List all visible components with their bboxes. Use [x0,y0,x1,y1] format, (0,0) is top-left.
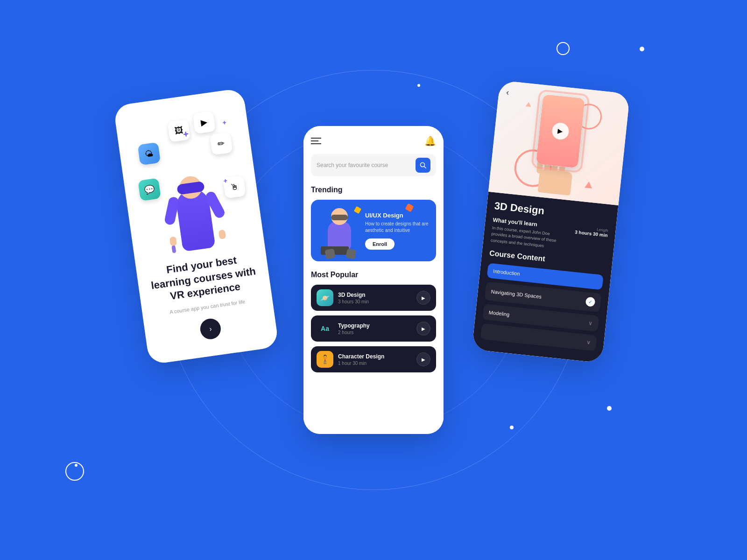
right-image-area: ‹ [488,80,630,205]
phone-right: ‹ [472,80,630,363]
figure-leg-right [345,248,356,259]
vr-hand-left [169,236,177,246]
course-meta: What you'll learn In this course, expert… [490,217,608,256]
bell-icon[interactable]: 🔔 [424,135,436,147]
trending-course-title: UI/UX Design [365,212,429,219]
course-icon-typography: Aa [317,320,333,337]
trending-info: UI/UX Design How to create designs that … [365,212,429,250]
nav-label: Navigating 3D Spaces [491,288,542,299]
right-dark-area: 3D Design What you'll learn In this cour… [472,191,618,363]
hand-phone-area: ▶ [507,87,611,199]
next-arrow-button[interactable]: › [199,317,222,341]
search-icon [420,162,426,168]
deco-triangle-2 [526,102,532,107]
most-popular-title: Most Popular [311,271,436,279]
length-info: Length 3 hours 30 min [575,225,608,238]
back-button[interactable]: ‹ [506,88,509,98]
figure-leg-left [324,248,335,259]
course-item-typography[interactable]: Aa Typography 2 hours ▶ [311,315,436,342]
left-title: Find your best learning courses with VR … [145,251,262,306]
modeling-label: Modeling [488,309,510,317]
figure-body [328,221,351,249]
phone-ring [531,89,590,174]
dot-ring-2 [65,462,84,481]
vr-hand-right [218,230,226,240]
what-learn-section: What you'll learn In this course, expert… [490,217,567,252]
play-button-typography[interactable]: ▶ [416,322,430,336]
course-info-3d: 3D Design 3 hours 30 min [338,292,412,304]
phone-left-content: 🌤 🖼 ▶ ✏ 💬 🖱 + + + [113,88,279,365]
course-item-character[interactable]: 🧍 Character Design 1 hour 30 min ▶ [311,346,436,372]
phone-left: 🌤 🖼 ▶ ✏ 💬 🖱 + + + [113,88,279,365]
search-bar[interactable]: Search your favourite course [311,154,436,176]
right-content: ‹ [472,80,630,363]
play-button-character[interactable]: ▶ [416,352,430,366]
trending-title: Trending [311,186,436,194]
svg-line-1 [424,167,426,168]
center-content: 🔔 Search your favourite course Trending [303,126,444,434]
accent-shape [354,206,361,214]
course-item-3d[interactable]: 🪐 3D Design 3 hours 30 min ▶ [311,285,436,311]
dot-1 [640,47,644,51]
course-name-typography: Typography [338,322,412,329]
left-phone-text: Find your best learning courses with VR … [145,251,268,347]
dot-ring-1 [557,42,570,55]
sitting-figure [318,207,360,259]
course-duration-typography: 2 hours [338,330,412,335]
check-icon: ✓ [585,297,596,307]
vr-mic-left [171,245,176,253]
intro-label: Introduction [493,268,520,277]
phones-container: 🌤 🖼 ▶ ✏ 💬 🖱 + + + [93,58,654,502]
course-info-character: Character Design 1 hour 30 min [338,353,412,366]
trending-card[interactable]: UI/UX Design How to create designs that … [311,200,436,261]
chat-icon: 💬 [138,178,161,201]
menu-icon[interactable] [311,138,321,144]
figure-glasses [331,215,348,220]
trending-course-desc: How to create designs that are aesthetic… [365,221,429,234]
search-input[interactable]: Search your favourite course [317,162,412,168]
course-icon-3d: 🪐 [317,289,333,306]
course-duration-character: 1 hour 30 min [338,361,412,366]
trending-illustration [318,207,360,254]
deco-triangle [585,181,592,189]
course-duration-3d: 3 hours 30 min [338,299,412,304]
vr-person [157,144,227,253]
enroll-button[interactable]: Enroll [365,238,395,250]
phone-center: 🔔 Search your favourite course Trending [303,126,444,434]
center-header: 🔔 [311,135,436,147]
course-icon-character: 🧍 [317,351,333,368]
trending-decoration [405,203,414,212]
video-icon: ▶ [192,111,216,134]
course-list: 🪐 3D Design 3 hours 30 min ▶ Aa Typograp… [311,285,436,372]
search-button[interactable] [416,158,430,173]
course-info-typography: Typography 2 hours [338,322,412,335]
play-button-3d[interactable]: ▶ [416,291,430,305]
chevron-down-icon: ∨ [588,320,593,327]
course-name-3d: 3D Design [338,292,412,298]
chevron-down-icon-2: ∨ [586,339,591,346]
course-name-character: Character Design [338,353,412,360]
plus-2: + [222,119,226,126]
left-illustration: 🌤 🖼 ▶ ✏ 💬 🖱 + + + [124,103,254,257]
